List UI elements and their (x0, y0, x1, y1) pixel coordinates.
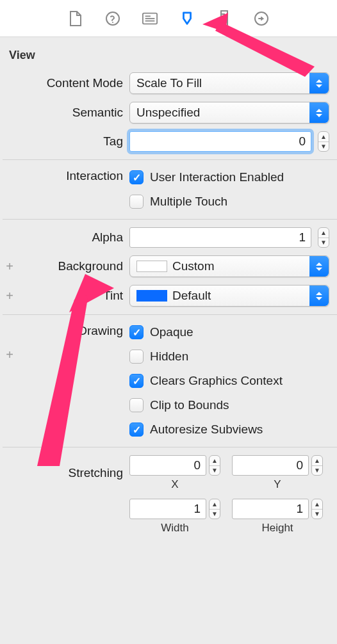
content-mode-value: Scale To Fill (136, 76, 202, 90)
stretch-height-stepper[interactable]: ▲▼ (311, 499, 323, 519)
section-title: View (0, 49, 337, 68)
autoresize-label: Autoresize Subviews (150, 423, 263, 437)
opaque-checkbox[interactable] (129, 325, 144, 339)
stretch-width-stepper[interactable]: ▲▼ (209, 499, 220, 519)
size-inspector-tab[interactable] (217, 11, 232, 26)
tag-label: Tag (17, 134, 129, 149)
tint-add-button[interactable]: + (3, 289, 17, 302)
chevron-updown-icon (309, 102, 329, 123)
background-label: Background (17, 259, 129, 273)
connections-inspector-tab[interactable] (254, 11, 269, 26)
svg-point-1 (112, 22, 113, 23)
interaction-label: Interaction (17, 168, 129, 183)
stretch-x-stepper[interactable]: ▲▼ (209, 455, 220, 476)
multiple-touch-label: Multiple Touch (150, 195, 227, 209)
drawing-label: Drawing (17, 323, 129, 338)
opaque-label: Opaque (150, 325, 193, 339)
tag-stepper[interactable]: ▲▼ (318, 131, 329, 152)
multiple-touch-checkbox[interactable] (129, 195, 144, 209)
stretch-x-field[interactable] (129, 455, 206, 476)
alpha-label: Alpha (17, 230, 129, 245)
stretch-y-label: Y (274, 478, 281, 491)
tint-value: Default (172, 289, 211, 303)
stretch-y-stepper[interactable]: ▲▼ (311, 455, 323, 476)
user-interaction-label: User Interaction Enabled (150, 170, 284, 184)
semantic-value: Unspecified (136, 106, 200, 120)
user-interaction-checkbox[interactable] (129, 170, 144, 184)
stretch-height-field[interactable] (232, 499, 309, 519)
hidden-label: Hidden (150, 350, 188, 364)
file-inspector-tab[interactable] (68, 11, 83, 26)
attributes-inspector-tab[interactable] (179, 11, 195, 26)
alpha-field[interactable] (129, 227, 311, 248)
stretch-width-field[interactable] (129, 499, 206, 519)
chevron-updown-icon (309, 286, 329, 306)
stretch-y-field[interactable] (232, 455, 309, 476)
clip-bounds-label: Clip to Bounds (150, 398, 229, 412)
semantic-popup[interactable]: Unspecified (129, 102, 329, 124)
tint-swatch-icon (136, 290, 167, 302)
help-inspector-tab[interactable] (105, 11, 120, 26)
stretch-height-label: Height (261, 522, 293, 535)
inspector-tab-bar (0, 0, 337, 37)
clip-bounds-checkbox[interactable] (129, 398, 144, 412)
background-color-popup[interactable]: Custom (129, 255, 329, 277)
autoresize-checkbox[interactable] (129, 423, 144, 437)
background-swatch-icon (136, 261, 167, 272)
tag-field[interactable] (129, 131, 311, 152)
background-value: Custom (172, 259, 214, 273)
tint-label: Tint (17, 289, 129, 303)
view-section: View Content Mode Scale To Fill Semantic… (0, 37, 337, 538)
semantic-label: Semantic (17, 106, 129, 120)
stretch-width-label: Width (161, 522, 188, 535)
chevron-updown-icon (309, 73, 329, 93)
clears-context-label: Clears Graphics Context (150, 374, 283, 388)
tint-color-popup[interactable]: Default (129, 285, 329, 307)
attributes-inspector-panel: View Content Mode Scale To Fill Semantic… (0, 0, 337, 644)
content-mode-popup[interactable]: Scale To Fill (129, 72, 329, 94)
stretching-label: Stretching (17, 466, 129, 480)
alpha-stepper[interactable]: ▲▼ (318, 227, 329, 248)
chevron-updown-icon (309, 256, 329, 277)
background-add-button[interactable]: + (3, 260, 17, 273)
stretch-x-label: X (171, 478, 178, 491)
content-mode-label: Content Mode (17, 76, 129, 90)
clears-context-checkbox[interactable] (129, 374, 144, 388)
drawing-add-button[interactable]: + (3, 348, 17, 361)
hidden-checkbox[interactable] (129, 350, 144, 364)
identity-inspector-tab[interactable] (142, 11, 158, 26)
